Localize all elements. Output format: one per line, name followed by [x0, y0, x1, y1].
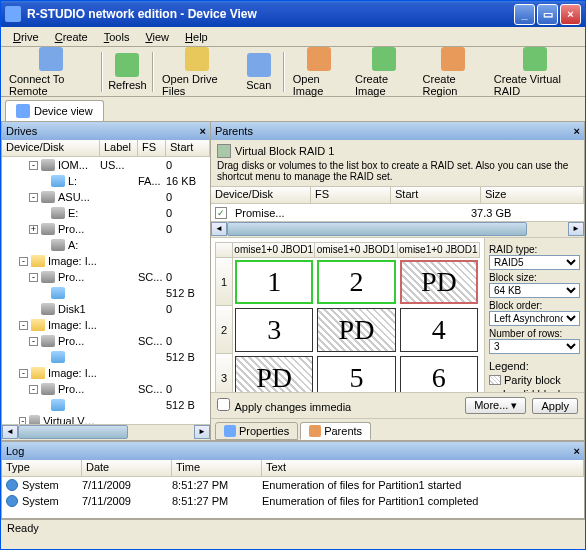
drive-row[interactable]: 512 B [2, 349, 210, 365]
more-button[interactable]: More... ▾ [465, 397, 526, 414]
expand-icon[interactable]: - [19, 417, 26, 425]
drives-hscroll[interactable]: ◄ ► [2, 424, 210, 440]
menu-view[interactable]: View [137, 29, 177, 45]
blockorder-select[interactable]: Left Asynchronous [489, 311, 580, 326]
raid-cell[interactable]: PD [235, 356, 313, 392]
col-fs[interactable]: FS [138, 140, 166, 156]
raid-cell[interactable]: PD [317, 308, 395, 352]
drive-row[interactable]: L:FA...16 KB [2, 173, 210, 189]
drive-row[interactable]: +Pro...0 [2, 221, 210, 237]
raid-cell[interactable]: 5 [317, 356, 395, 392]
toolbar-connect-to-remote[interactable]: Connect To Remote [5, 45, 97, 99]
log-row[interactable]: System7/11/20098:51:27 PMEnumeration of … [2, 493, 584, 509]
expand-icon[interactable]: - [19, 257, 28, 266]
scroll-left-icon[interactable]: ◄ [211, 222, 227, 236]
apply-button[interactable]: Apply [532, 398, 578, 414]
lcol-text[interactable]: Text [262, 460, 584, 476]
expand-icon[interactable]: - [19, 369, 28, 378]
drives-close-icon[interactable]: × [200, 125, 206, 137]
expand-icon[interactable] [39, 401, 48, 410]
expand-icon[interactable] [39, 241, 48, 250]
drive-row[interactable]: -Pro...SC...0 [2, 269, 210, 285]
drive-row[interactable]: A: [2, 237, 210, 253]
prt-icon [51, 287, 65, 299]
drive-row[interactable]: -Image: I... [2, 317, 210, 333]
raid-cell[interactable]: 3 [235, 308, 313, 352]
pcol-fs[interactable]: FS [311, 187, 391, 203]
log-row[interactable]: System7/11/20098:51:27 PMEnumeration of … [2, 477, 584, 493]
menu-create[interactable]: Create [47, 29, 96, 45]
expand-icon[interactable] [39, 209, 48, 218]
lcol-date[interactable]: Date [82, 460, 172, 476]
lcol-time[interactable]: Time [172, 460, 262, 476]
toolbar-create-region[interactable]: Create Region [419, 45, 488, 99]
menu-help[interactable]: Help [177, 29, 216, 45]
maximize-button[interactable]: ▭ [537, 4, 558, 25]
expand-icon[interactable] [39, 177, 48, 186]
scroll-thumb[interactable] [18, 425, 128, 439]
toolbar-refresh[interactable]: Refresh [107, 51, 148, 93]
pcol-start[interactable]: Start [391, 187, 481, 203]
drive-row[interactable]: E:0 [2, 205, 210, 221]
parents-hscroll[interactable]: ◄ ► [211, 221, 584, 237]
parents-close-icon[interactable]: × [574, 125, 580, 137]
scroll-thumb[interactable] [227, 222, 527, 236]
pcol-device[interactable]: Device/Disk [211, 187, 311, 203]
expand-icon[interactable]: - [29, 273, 38, 282]
parent-checkbox[interactable]: ✓ [215, 207, 227, 219]
toolbar-open-image[interactable]: Open Image [289, 45, 349, 99]
menu-drive[interactable]: Drive [5, 29, 47, 45]
lcol-type[interactable]: Type [2, 460, 82, 476]
rows-select[interactable]: 3 [489, 339, 580, 354]
raidtype-select[interactable]: RAID5 [489, 255, 580, 270]
drive-row[interactable]: -Image: I... [2, 365, 210, 381]
raid-cell[interactable]: 6 [400, 356, 478, 392]
scroll-left-icon[interactable]: ◄ [2, 425, 18, 439]
drive-row[interactable]: Disk10 [2, 301, 210, 317]
col-label[interactable]: Label [100, 140, 138, 156]
raid-cell[interactable]: 4 [400, 308, 478, 352]
col-device[interactable]: Device/Disk [2, 140, 100, 156]
blocksize-select[interactable]: 64 KB [489, 283, 580, 298]
expand-icon[interactable]: - [29, 193, 38, 202]
apply-immediate-check[interactable]: Apply changes immedia [217, 398, 351, 413]
expand-icon[interactable]: + [29, 225, 38, 234]
drive-row[interactable]: 512 B [2, 397, 210, 413]
toolbar-create-image[interactable]: Create Image [351, 45, 417, 99]
drive-row[interactable]: -Pro...SC...0 [2, 333, 210, 349]
hdd-icon [41, 335, 55, 347]
toolbar-scan[interactable]: Scan [239, 51, 279, 93]
drives-tree[interactable]: -IOM...US...0L:FA...16 KB-ASU...0E:0+Pro… [2, 157, 210, 424]
raid-cell[interactable]: 1 [235, 260, 313, 304]
pcol-size[interactable]: Size [481, 187, 584, 203]
expand-icon[interactable]: - [29, 385, 38, 394]
expand-icon[interactable] [29, 305, 38, 314]
raid-cell[interactable]: 2 [317, 260, 395, 304]
drive-row[interactable]: -IOM...US...0 [2, 157, 210, 173]
expand-icon[interactable]: - [29, 161, 38, 170]
expand-icon[interactable]: - [29, 337, 38, 346]
expand-icon[interactable] [39, 353, 48, 362]
tab-parents[interactable]: Parents [300, 422, 371, 440]
drive-row[interactable]: 512 B [2, 285, 210, 301]
expand-icon[interactable]: - [19, 321, 28, 330]
tab-device-view[interactable]: Device view [5, 100, 104, 121]
raid-cell[interactable]: PD [400, 260, 478, 304]
expand-icon[interactable] [39, 289, 48, 298]
drive-row[interactable]: -Virtual Volum... [2, 413, 210, 424]
close-button[interactable]: × [560, 4, 581, 25]
drive-row[interactable]: -Image: I... [2, 253, 210, 269]
scroll-right-icon[interactable]: ► [568, 222, 584, 236]
drive-row[interactable]: -Pro...SC...0 [2, 381, 210, 397]
scroll-right-icon[interactable]: ► [194, 425, 210, 439]
minimize-button[interactable]: _ [514, 4, 535, 25]
col-start[interactable]: Start [166, 140, 210, 156]
toolbar-create-virtual-raid[interactable]: Create Virtual RAID [490, 45, 581, 99]
parent-size: 37.3 GB [471, 207, 511, 219]
menu-tools[interactable]: Tools [96, 29, 138, 45]
drive-row[interactable]: -ASU...0 [2, 189, 210, 205]
tab-properties[interactable]: Properties [215, 422, 298, 440]
toolbar-open-drive-files[interactable]: Open Drive Files [158, 45, 237, 99]
log-close-icon[interactable]: × [574, 445, 580, 457]
parent-row[interactable]: ✓ Promise... 37.3 GB [211, 204, 584, 221]
